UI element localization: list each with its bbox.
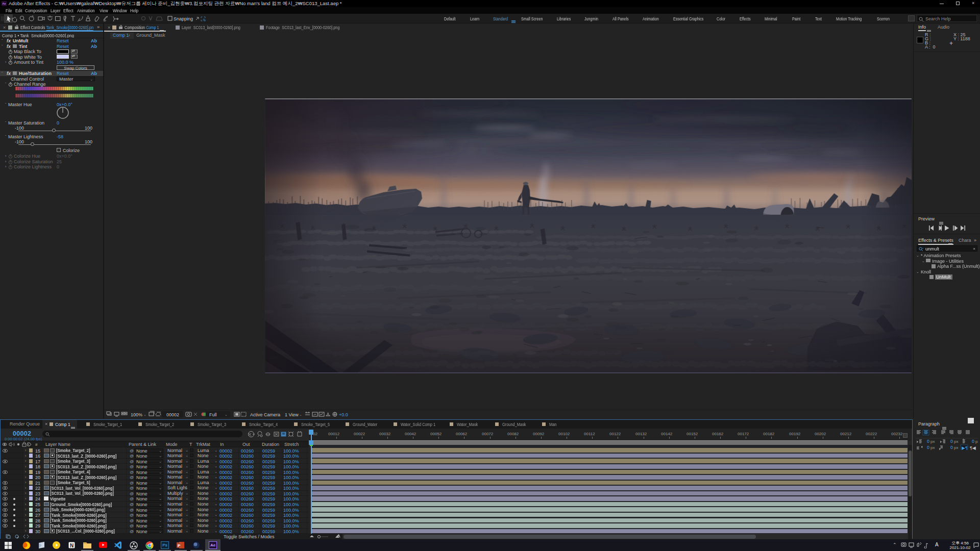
svg-text:px: px xyxy=(930,439,935,444)
svg-text:¶◀: ¶◀ xyxy=(970,445,976,450)
svg-text:px: px xyxy=(954,445,958,450)
svg-text:⌄: ⌄ xyxy=(225,413,228,416)
svg-text:P: P xyxy=(178,543,181,548)
svg-text:100%: 100% xyxy=(131,412,142,417)
svg-text:0: 0 xyxy=(972,439,974,444)
svg-text:1 View: 1 View xyxy=(285,412,299,417)
svg-text:0: 0 xyxy=(950,445,953,450)
svg-text:Full: Full xyxy=(209,412,217,417)
svg-text:Snapping: Snapping xyxy=(174,16,193,21)
svg-text:0: 0 xyxy=(927,445,929,450)
svg-text:px: px xyxy=(975,439,978,444)
svg-text:px: px xyxy=(930,445,935,450)
svg-text:Active Camera: Active Camera xyxy=(250,412,280,417)
svg-text:px: px xyxy=(954,439,958,444)
svg-text:⌄: ⌄ xyxy=(278,413,281,416)
svg-text:N: N xyxy=(70,543,74,548)
svg-text:⌄: ⌄ xyxy=(143,413,146,416)
svg-text:00002: 00002 xyxy=(166,412,179,417)
svg-text:▶¶: ▶¶ xyxy=(962,445,968,450)
svg-text:+0.0: +0.0 xyxy=(339,412,348,417)
svg-text:0: 0 xyxy=(950,439,953,444)
svg-text:⌄: ⌄ xyxy=(299,413,302,416)
svg-text:0: 0 xyxy=(927,439,929,444)
